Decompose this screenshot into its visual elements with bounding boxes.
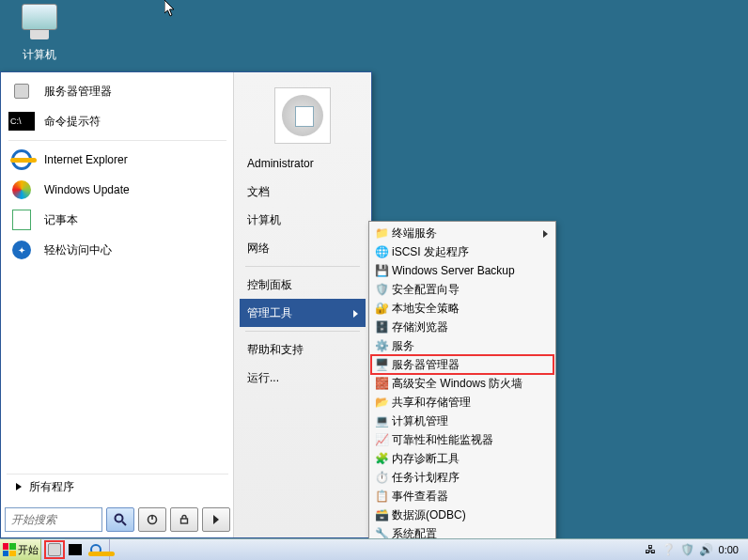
right-item-help[interactable]: 帮助和支持 [240,335,366,364]
pinned-label: Windows Update [44,183,130,196]
server-manager-icon [48,543,61,556]
pinned-server-manager[interactable]: 服务器管理器 [3,76,232,106]
start-menu-bottom-row [5,507,230,532]
tasksched-icon: ⏱️ [374,470,389,485]
start-menu-right-pane: Administrator 文档 计算机 网络 控制面板 管理工具 帮助和支持 … [233,72,371,537]
right-item-user[interactable]: Administrator [240,149,366,178]
pinned-windows-update[interactable]: Windows Update [3,175,232,205]
pinned-list: 服务器管理器 C:\ 命令提示符 Internet Explorer Windo… [1,72,234,269]
sub-server-manager[interactable]: 🖥️服务器管理器 [371,355,553,374]
server-manager-icon [8,79,35,103]
sub-local-sec-policy[interactable]: 🔐本地安全策略 [371,299,553,318]
sub-firewall[interactable]: 🧱高级安全 Windows 防火墙 [371,374,553,393]
computer-icon [17,4,62,45]
policy-icon: 🔐 [374,301,389,316]
mouse-cursor-icon [164,0,178,17]
ql-cmd[interactable] [66,541,85,558]
cmd-icon: C:\ [8,109,35,133]
sub-services[interactable]: ⚙️服务 [371,336,553,355]
search-button[interactable] [106,507,134,532]
pinned-ie[interactable]: Internet Explorer [3,145,232,175]
memdiag-icon: 🧩 [374,451,389,466]
sub-event-viewer[interactable]: 📋事件查看器 [371,487,553,506]
pinned-cmd[interactable]: C:\ 命令提示符 [3,106,232,136]
windows-update-icon [8,178,35,202]
svg-line-1 [122,521,126,525]
eventvwr-icon: 📋 [374,489,389,504]
svg-point-0 [116,515,123,522]
quick-launch [41,539,110,560]
start-menu: 服务器管理器 C:\ 命令提示符 Internet Explorer Windo… [0,71,372,538]
compmgmt-icon: 💻 [374,413,389,428]
pinned-label: 轻松访问中心 [44,242,112,258]
right-item-computer[interactable]: 计算机 [240,206,366,234]
right-item-control-panel[interactable]: 控制面板 [240,271,366,299]
start-label: 开始 [18,543,39,557]
sub-terminal-services[interactable]: 📁终端服务 [371,224,553,242]
tray-clock[interactable]: 0:00 [719,544,740,555]
right-item-admin-tools[interactable]: 管理工具 [240,299,366,327]
sub-security-config[interactable]: 🛡️安全配置向导 [371,280,553,299]
sub-computer-mgmt[interactable]: 💻计算机管理 [371,412,553,430]
shield-icon: 🛡️ [374,282,389,297]
sub-task-scheduler[interactable]: ⏱️任务计划程序 [371,468,553,487]
chevron-right-icon [213,515,219,524]
admin-tools-submenu: 📁终端服务 🌐iSCSI 发起程序 💾Windows Server Backup… [368,221,556,560]
windows-flag-icon [3,543,16,556]
sub-storage-browser[interactable]: 🗄️存储浏览器 [371,318,553,336]
ie-icon [90,544,101,555]
separator [245,266,360,267]
pinned-label: 记事本 [44,212,78,228]
shutdown-options-button[interactable] [202,507,230,532]
power-button[interactable] [138,507,166,532]
user-picture[interactable] [274,87,331,144]
tray-help-icon[interactable]: ❔ [662,543,676,556]
start-menu-left-pane: 服务器管理器 C:\ 命令提示符 Internet Explorer Windo… [1,72,234,537]
firewall-icon: 🧱 [374,376,389,391]
search-input[interactable] [6,513,101,526]
all-programs-button[interactable]: 所有程序 [7,474,228,498]
separator [245,331,360,332]
right-item-documents[interactable]: 文档 [240,178,366,206]
pinned-label: Internet Explorer [44,153,128,166]
power-icon [147,514,158,525]
pinned-label: 服务器管理器 [44,84,112,100]
services-icon: ⚙️ [374,338,389,353]
right-item-network[interactable]: 网络 [240,234,366,262]
odbc-icon: 🗃️ [374,507,389,522]
tray-network-icon[interactable]: 🖧 [644,543,657,556]
sub-iscsi[interactable]: 🌐iSCSI 发起程序 [371,242,553,261]
start-button[interactable]: 开始 [0,539,41,560]
share-icon: 📂 [374,395,389,410]
right-item-run[interactable]: 运行... [240,364,366,392]
desktop-icon-computer[interactable]: 计算机 [11,0,68,63]
pinned-label: 命令提示符 [44,114,101,130]
lock-button[interactable] [170,507,198,532]
lock-icon [179,514,190,525]
tray-security-icon[interactable]: 🛡️ [681,543,694,556]
sub-mem-diag[interactable]: 🧩内存诊断工具 [371,449,553,468]
separator [8,140,226,141]
sub-perf-monitor[interactable]: 📈可靠性和性能监视器 [371,430,553,449]
notepad-icon [8,208,35,232]
ql-ie[interactable] [86,541,105,558]
storage-icon: 🗄️ [374,319,389,334]
sub-share-storage[interactable]: 📂共享和存储管理 [371,393,553,412]
right-menu-list: Administrator 文档 计算机 网络 控制面板 管理工具 帮助和支持 … [234,149,371,392]
tray-volume-icon[interactable]: 🔊 [700,543,713,556]
gear-icon [282,95,323,136]
pinned-ease-of-access[interactable]: ✦ 轻松访问中心 [3,235,232,265]
server-manager-icon: 🖥️ [374,357,389,372]
taskbar-space [110,539,636,560]
sub-backup[interactable]: 💾Windows Server Backup [371,261,553,280]
folder-icon: 📁 [374,226,389,241]
pinned-notepad[interactable]: 记事本 [3,205,232,235]
sub-odbc[interactable]: 🗃️数据源(ODBC) [371,506,553,524]
cmd-icon [69,544,82,555]
svg-rect-4 [181,519,188,523]
perf-icon: 📈 [374,432,389,447]
search-box[interactable] [5,507,102,532]
taskbar: 开始 🖧 ❔ 🛡️ 🔊 0:00 [0,538,748,560]
system-tray[interactable]: 🖧 ❔ 🛡️ 🔊 0:00 [636,539,748,560]
ql-server-manager[interactable] [45,541,64,558]
